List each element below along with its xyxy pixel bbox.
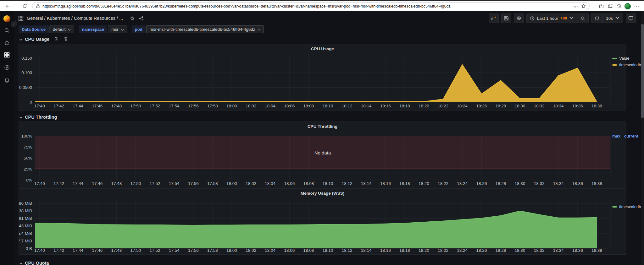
svg-text:18:26: 18:26 [476,248,487,253]
svg-text:18:14: 18:14 [361,181,372,186]
row-header-cpu-throttling[interactable]: CPU Throttling [19,114,57,120]
share-icon[interactable] [139,16,144,21]
page-scrollbar-thumb[interactable] [641,24,644,118]
svg-text:17:58: 17:58 [207,104,218,108]
refresh-button[interactable] [591,14,602,23]
memory-usage-chart[interactable]: 0 B47.7 MiB95.4 MiB143 MiB191 MiB238 MiB… [19,189,626,254]
svg-text:18:02: 18:02 [246,181,256,186]
url-bar[interactable]: https://mtr.qa.agilopshub.com/d/6581e46e… [32,2,590,10]
svg-text:17:48: 17:48 [111,248,122,253]
refresh-interval-picker[interactable]: 10s [603,14,623,23]
legend-column-current[interactable]: current [624,134,638,138]
cpu-throttling-chart[interactable]: 0%25%50%75%100%17:4017:4217:4417:4617:48… [19,122,626,188]
legend-series-name: timescaledb [619,62,641,67]
time-range-picker[interactable]: Last 1 hour +08 [527,14,577,23]
svg-text:18:30: 18:30 [515,104,525,108]
back-icon[interactable] [3,2,12,10]
read-aloud-icon[interactable]: A [574,4,579,9]
svg-text:18:08: 18:08 [303,104,314,108]
svg-text:18:38: 18:38 [591,181,602,186]
svg-text:17:46: 17:46 [92,181,103,186]
svg-text:17:54: 17:54 [169,104,180,108]
svg-text:17:44: 17:44 [73,104,83,108]
favorite-star-icon[interactable] [581,4,586,9]
svg-text:25%: 25% [24,167,32,171]
svg-text:100%: 100% [21,134,32,138]
extensions-icon[interactable] [597,2,606,10]
svg-text:17:46: 17:46 [92,104,103,108]
breadcrumb[interactable]: General / Kubernetes / Compute Resources… [27,16,123,21]
panel-title[interactable]: Memory Usage (WSS) [19,191,626,196]
variable-label: pod [132,25,146,33]
history-icon[interactable] [614,2,623,10]
screen: https://mtr.qa.agilopshub.com/d/6581e46e… [0,0,644,265]
svg-text:18:04: 18:04 [265,181,275,186]
search-icon[interactable] [3,27,10,34]
legend-item[interactable]: Value [612,55,641,62]
variable-value-dropdown[interactable]: msr-msr-with-timescaledb-timescaledb-bc5… [146,25,264,33]
svg-text:18:08: 18:08 [303,181,314,186]
profile-avatar[interactable] [623,2,632,10]
svg-text:18:16: 18:16 [380,104,391,108]
favorites-bar-icon[interactable] [606,2,614,10]
star-dashboard-icon[interactable] [130,16,135,21]
svg-text:18:12: 18:12 [342,181,353,186]
svg-text:18:12: 18:12 [342,104,353,108]
svg-text:0%: 0% [26,178,32,182]
svg-text:18:14: 18:14 [361,104,372,108]
cpu-throttling-legend: maxcurrent [612,134,638,138]
svg-text:18:18: 18:18 [399,104,410,108]
grafana-app: › General / Kubernetes / Compute Resourc… [0,11,644,265]
svg-text:18:02: 18:02 [246,104,256,108]
svg-text:17:52: 17:52 [150,248,160,253]
svg-text:18:20: 18:20 [419,181,429,186]
legend-column-max[interactable]: max [612,134,620,138]
grafana-logo[interactable] [3,15,10,22]
alerting-bell-icon[interactable] [3,77,10,84]
variable-value-dropdown[interactable]: default [49,25,75,33]
chevron-down-icon [19,37,23,42]
variable-datasource: Data Source default [19,25,74,33]
svg-text:143 MiB: 143 MiB [19,224,32,228]
row-title: CPU Quota [25,261,49,265]
panel-title[interactable]: CPU Throttling [19,124,626,129]
dashboards-icon[interactable] [3,51,10,58]
row-header-cpu-usage[interactable]: CPU Usage [19,36,68,42]
row-header-cpu-quota[interactable]: CPU Quota [19,260,49,265]
zoom-out-time-button[interactable] [577,14,588,23]
svg-text:17:46: 17:46 [92,248,103,253]
svg-text:18:04: 18:04 [265,104,275,108]
svg-text:17:54: 17:54 [169,181,180,186]
chevron-down-icon [68,27,71,32]
svg-text:17:50: 17:50 [130,248,141,253]
svg-text:18:36: 18:36 [572,104,583,108]
cpu-usage-chart[interactable]: 00.05000.1000.15017:4017:4217:4417:4617:… [19,44,626,110]
row-delete-trash-icon[interactable] [64,36,68,42]
starred-icon[interactable] [3,39,10,46]
svg-text:0.0500: 0.0500 [19,85,32,90]
svg-text:18:34: 18:34 [553,248,564,253]
variable-value-dropdown[interactable]: msr [108,25,127,33]
dashboard-settings-button[interactable] [514,14,524,23]
svg-text:18:34: 18:34 [553,181,564,186]
browser-menu-icon[interactable] [632,2,641,10]
add-panel-button[interactable] [489,14,499,23]
explore-compass-icon[interactable] [3,64,10,71]
svg-text:18:18: 18:18 [399,248,410,253]
svg-text:17:52: 17:52 [150,104,160,108]
svg-text:18:32: 18:32 [534,248,545,253]
svg-text:17:58: 17:58 [207,248,218,253]
svg-text:18:28: 18:28 [496,104,506,108]
svg-text:191 MiB: 191 MiB [19,216,32,221]
row-settings-gear-icon[interactable] [54,36,59,42]
panel-title[interactable]: CPU Usage [19,46,626,51]
page-scrollbar-track[interactable] [641,11,644,265]
kiosk-mode-button[interactable] [626,14,636,23]
sidebar-expand-button[interactable]: › [11,21,17,27]
chevron-down-icon [569,15,574,21]
save-dashboard-button[interactable] [501,14,511,23]
legend-item[interactable]: timescaledb [612,62,641,68]
legend-item[interactable]: timescaledb [612,203,641,210]
row-title: CPU Throttling [25,115,57,120]
reload-icon[interactable] [20,2,29,10]
